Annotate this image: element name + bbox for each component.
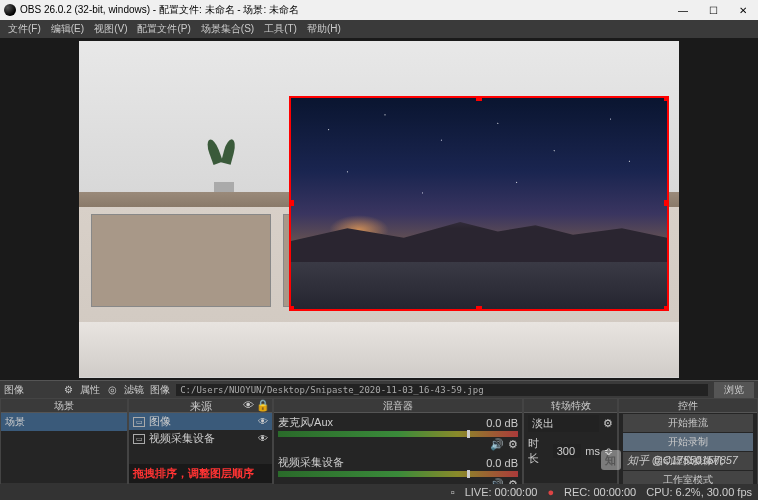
track-db: 0.0 dB — [486, 417, 518, 429]
stepper-icon[interactable]: ≎ — [604, 445, 613, 458]
menubar: 文件(F) 编辑(E) 视图(V) 配置文件(P) 场景集合(S) 工具(T) … — [0, 20, 758, 38]
resize-handle[interactable] — [476, 306, 482, 311]
volume-meter — [278, 431, 518, 437]
menu-file[interactable]: 文件(F) — [4, 22, 45, 36]
menu-edit[interactable]: 编辑(E) — [47, 22, 88, 36]
source-type-label: 图像 — [4, 383, 24, 397]
visibility-icon[interactable]: 👁 — [258, 416, 268, 427]
control-button[interactable]: 开始推流 — [623, 414, 753, 432]
duration-input[interactable]: 300 — [553, 444, 582, 458]
resize-handle[interactable] — [664, 200, 669, 206]
properties-button[interactable]: 属性 — [80, 383, 100, 397]
filter-icon[interactable]: ◎ — [106, 384, 118, 396]
mixer-header: 混音器 — [274, 399, 522, 413]
window-title: OBS 26.0.2 (32-bit, windows) - 配置文件: 未命名… — [20, 3, 754, 17]
control-button[interactable]: 开始录制 — [623, 433, 753, 451]
source-label: 图像 — [149, 414, 171, 429]
menu-view[interactable]: 视图(V) — [90, 22, 131, 36]
source-item-image[interactable]: ▭ 图像 👁 — [129, 413, 272, 430]
track-name: 麦克风/Aux — [278, 415, 333, 430]
preview-area[interactable] — [0, 38, 758, 380]
control-button[interactable]: 启动虚拟摄像机 — [623, 452, 753, 470]
scene-item[interactable]: 场景 — [1, 413, 127, 431]
duration-label: 时长 — [528, 436, 549, 466]
live-dot-icon: ▫ — [451, 486, 455, 498]
track-db: 0.0 dB — [486, 457, 518, 469]
scenes-header: 场景 — [1, 399, 127, 413]
status-cpu: CPU: 6.2%, 30.00 fps — [646, 486, 752, 498]
sources-header: 来源👁🔒 — [129, 399, 272, 413]
lock-icon[interactable]: 🔒 — [256, 399, 270, 412]
status-rec: REC: 00:00:00 — [564, 486, 636, 498]
status-live: LIVE: 00:00:00 — [465, 486, 538, 498]
image-icon: ▭ — [133, 417, 145, 427]
browse-button[interactable]: 浏览 — [714, 382, 754, 398]
titlebar: OBS 26.0.2 (32-bit, windows) - 配置文件: 未命名… — [0, 0, 758, 20]
transition-select[interactable]: 淡出 — [528, 415, 599, 432]
gear-icon[interactable]: ⚙ — [508, 438, 518, 451]
selected-source-box[interactable] — [289, 96, 669, 311]
rec-dot-icon: ● — [547, 486, 554, 498]
eye-icon[interactable]: 👁 — [243, 399, 254, 412]
menu-tools[interactable]: 工具(T) — [260, 22, 301, 36]
resize-handle[interactable] — [664, 96, 669, 101]
resize-handle[interactable] — [289, 200, 294, 206]
source-label: 视频采集设备 — [149, 431, 215, 446]
camera-icon: ▭ — [133, 434, 145, 444]
statusbar: ▫ LIVE: 00:00:00 ● REC: 00:00:00 CPU: 6.… — [0, 484, 758, 500]
source-item-capture[interactable]: ▭ 视频采集设备 👁 — [129, 430, 272, 447]
properties-bar: 图像 ⚙ 属性 ◎ 滤镜 图像 C:/Users/NUOYUN/Desktop/… — [0, 380, 758, 398]
menu-profile[interactable]: 配置文件(P) — [133, 22, 194, 36]
resize-handle[interactable] — [289, 306, 294, 311]
track-name: 视频采集设备 — [278, 455, 344, 470]
close-button[interactable]: ✕ — [728, 0, 758, 20]
speaker-icon[interactable]: 🔊 — [490, 438, 504, 451]
preview-canvas[interactable] — [79, 41, 679, 378]
image-field-label: 图像 — [150, 383, 170, 397]
transitions-header: 转场特效 — [524, 399, 617, 413]
volume-meter — [278, 471, 518, 477]
maximize-button[interactable]: ☐ — [698, 0, 728, 20]
resize-handle[interactable] — [476, 96, 482, 101]
menu-help[interactable]: 帮助(H) — [303, 22, 345, 36]
image-path-input[interactable]: C:/Users/NUOYUN/Desktop/Snipaste_2020-11… — [176, 384, 708, 396]
app-logo-icon — [4, 4, 16, 16]
mixer-track: 麦克风/Aux0.0 dB🔊⚙ — [274, 413, 522, 453]
duration-unit: ms — [585, 445, 600, 457]
minimize-button[interactable]: — — [668, 0, 698, 20]
visibility-icon[interactable]: 👁 — [258, 433, 268, 444]
gear-icon[interactable]: ⚙ — [603, 417, 613, 430]
menu-scenes[interactable]: 场景集合(S) — [197, 22, 258, 36]
controls-header: 控件 — [619, 399, 757, 413]
drag-hint-note: 拖拽排序，调整图层顺序 — [129, 464, 272, 483]
filters-button[interactable]: 滤镜 — [124, 383, 144, 397]
gear-icon[interactable]: ⚙ — [62, 384, 74, 396]
